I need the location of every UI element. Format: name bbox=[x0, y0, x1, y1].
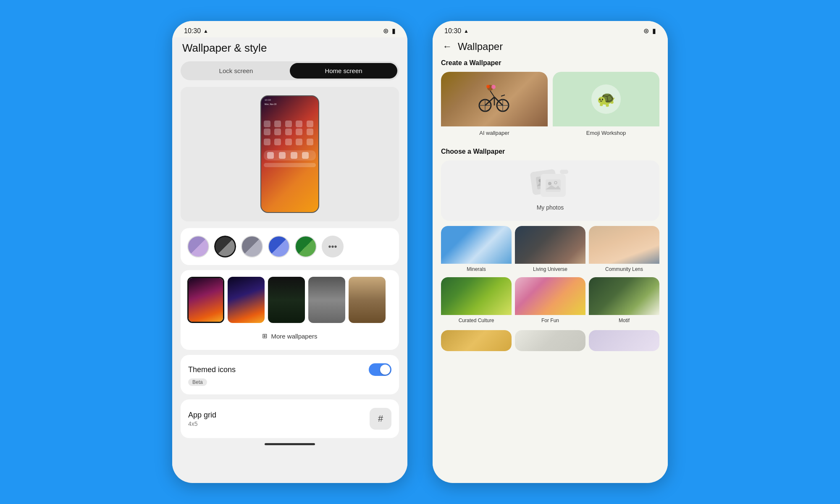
left-battery-icon: ▮ bbox=[392, 27, 396, 35]
right-battery-icon: ▮ bbox=[652, 27, 656, 35]
color-purple[interactable] bbox=[187, 236, 209, 257]
wallpaper-category-living-universe[interactable]: Living Universe bbox=[515, 226, 585, 274]
preview-icons-grid bbox=[261, 119, 318, 137]
more-wallpapers-icon: ⊞ bbox=[262, 332, 268, 340]
my-photos-card[interactable]: My photos bbox=[441, 160, 659, 221]
preview-screen: 10:30 Mon, Nov 20 bbox=[261, 96, 318, 212]
color-palette-section: ••• bbox=[181, 228, 399, 265]
preview-icon bbox=[296, 139, 302, 145]
preview-icon bbox=[285, 121, 292, 127]
create-section-header: Create a Wallpaper bbox=[441, 59, 659, 67]
preview-icon bbox=[264, 121, 270, 127]
left-signal-icon: ▲ bbox=[203, 28, 208, 34]
wallpaper-category-community-lens[interactable]: Community Lens bbox=[589, 226, 659, 274]
preview-icon bbox=[274, 139, 281, 145]
color-dark[interactable] bbox=[214, 236, 236, 257]
color-gray[interactable] bbox=[241, 236, 263, 257]
my-photos-label: My photos bbox=[537, 204, 564, 211]
left-phone: 10:30 ▲ ⊛ ▮ Wallpaper & style Lock scree… bbox=[172, 21, 407, 483]
minerals-label: Minerals bbox=[441, 264, 512, 274]
wallpaper-thumb-1[interactable] bbox=[187, 277, 224, 323]
svg-point-1 bbox=[491, 85, 496, 89]
preview-icon bbox=[296, 129, 302, 135]
choose-section-header: Choose a Wallpaper bbox=[441, 148, 659, 155]
phone-preview: 10:30 Mon, Nov 20 bbox=[260, 95, 319, 213]
wallpaper-thumb-4[interactable] bbox=[308, 277, 345, 323]
app-grid-button[interactable]: # bbox=[370, 408, 391, 430]
thumbs-row bbox=[187, 277, 392, 323]
dock-icon bbox=[302, 152, 309, 159]
top-nav: ← Wallpaper bbox=[441, 37, 659, 59]
cloud-decoration bbox=[560, 170, 568, 174]
living-universe-label: Living Universe bbox=[515, 264, 585, 274]
preview-icon bbox=[296, 121, 302, 127]
wallpaper-category-curated-culture[interactable]: Curated Culture bbox=[441, 277, 512, 325]
page-title: Wallpaper & style bbox=[181, 37, 399, 61]
right-wifi-icon: ⊛ bbox=[643, 27, 649, 35]
grid-hashtag-icon: # bbox=[378, 413, 383, 424]
themed-icons-header: Themed icons bbox=[188, 363, 391, 376]
app-grid-size: 4x5 bbox=[188, 420, 216, 427]
preview-icon bbox=[307, 121, 313, 127]
tab-switcher: Lock screen Home screen bbox=[181, 61, 399, 80]
preview-icon bbox=[285, 129, 292, 135]
preview-icon bbox=[264, 139, 270, 145]
app-grid-info: App grid 4x5 bbox=[188, 411, 216, 427]
wallpaper-category-for-fun[interactable]: For Fun bbox=[515, 277, 585, 325]
wallpaper-page-title: Wallpaper bbox=[458, 41, 503, 52]
ai-wallpaper-card[interactable]: AI wallpaper bbox=[441, 72, 548, 139]
lock-screen-tab[interactable]: Lock screen bbox=[182, 63, 290, 79]
svg-point-2 bbox=[486, 85, 490, 88]
preview-icon bbox=[307, 129, 313, 135]
for-fun-label: For Fun bbox=[515, 315, 585, 325]
svg-line-9 bbox=[485, 97, 494, 105]
beta-badge: Beta bbox=[188, 378, 207, 386]
svg-line-13 bbox=[501, 95, 505, 96]
photos-icon-container bbox=[531, 171, 569, 200]
wallpaper-extra-2[interactable] bbox=[515, 330, 585, 351]
back-button[interactable]: ← bbox=[443, 41, 452, 52]
themed-icons-label: Themed icons bbox=[188, 365, 236, 374]
svg-line-12 bbox=[490, 91, 494, 97]
ai-wallpaper-label: AI wallpaper bbox=[441, 126, 548, 139]
home-screen-tab[interactable]: Home screen bbox=[290, 63, 397, 79]
wallpaper-thumb-5[interactable] bbox=[349, 277, 386, 323]
community-lens-label: Community Lens bbox=[589, 264, 659, 274]
home-bar bbox=[265, 443, 315, 445]
preview-icon bbox=[264, 129, 270, 135]
dock-icon bbox=[291, 152, 297, 159]
right-signal-icon: ▲ bbox=[464, 28, 469, 34]
wallpaper-category-motif[interactable]: Motif bbox=[589, 277, 659, 325]
wallpaper-extra-1[interactable] bbox=[441, 330, 512, 351]
wallpaper-thumbs-section: ⊞ More wallpapers bbox=[181, 270, 399, 350]
wallpaper-extra-3[interactable] bbox=[589, 330, 659, 351]
landscape-icon-front bbox=[546, 179, 561, 192]
photo-card-front bbox=[541, 174, 566, 197]
emoji-workshop-card[interactable]: 🐢 Emoji Workshop bbox=[553, 72, 659, 139]
turtle-emoji: 🐢 bbox=[591, 84, 621, 114]
motif-label: Motif bbox=[589, 315, 659, 325]
create-wallpaper-row: AI wallpaper 🐢 Emoji Workshop bbox=[441, 72, 659, 139]
preview-icon bbox=[274, 121, 281, 127]
themed-icons-section: Themed icons Beta bbox=[181, 355, 399, 394]
wallpaper-category-minerals[interactable]: Minerals bbox=[441, 226, 512, 274]
more-wallpapers-button[interactable]: ⊞ More wallpapers bbox=[187, 329, 392, 343]
preview-icon bbox=[307, 139, 313, 145]
wallpaper-thumb-2[interactable] bbox=[228, 277, 265, 323]
themed-icons-toggle[interactable] bbox=[369, 363, 391, 376]
preview-dock bbox=[264, 150, 316, 160]
svg-point-18 bbox=[548, 182, 551, 185]
color-blue[interactable] bbox=[268, 236, 290, 257]
preview-icon bbox=[285, 139, 292, 145]
phone-preview-container: 10:30 Mon, Nov 20 bbox=[181, 87, 399, 221]
wallpaper-thumb-3[interactable] bbox=[268, 277, 305, 323]
emoji-card-image: 🐢 bbox=[553, 72, 659, 126]
svg-line-10 bbox=[494, 97, 503, 105]
right-status-bar: 10:30 ▲ ⊛ ▮ bbox=[433, 21, 668, 37]
more-colors-button[interactable]: ••• bbox=[322, 236, 344, 257]
left-status-icons: ⊛ ▮ bbox=[383, 27, 396, 35]
preview-date-text: Mon, Nov 20 bbox=[261, 102, 318, 106]
color-green[interactable] bbox=[295, 236, 317, 257]
toggle-knob bbox=[380, 365, 390, 375]
left-phone-content: Wallpaper & style Lock screen Home scree… bbox=[172, 37, 407, 478]
